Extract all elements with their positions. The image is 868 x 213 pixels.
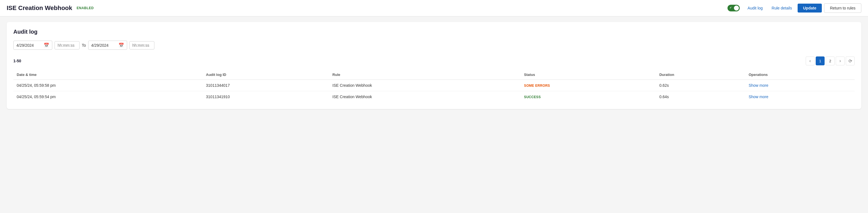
audit-log-table: Date & time Audit log ID Rule Status Dur… <box>13 70 855 102</box>
col-rule: Rule <box>329 70 521 80</box>
cell-audit-log-id: 31011341910 <box>203 91 329 102</box>
pagination-controls: ‹ 1 2 › ⟳ <box>806 56 855 65</box>
col-audit-log-id: Audit log ID <box>203 70 329 80</box>
cell-rule: ISE Creation Webhook <box>329 91 521 102</box>
page-title: ISE Creation Webhook <box>7 4 72 12</box>
cell-operations: Show more <box>745 80 855 91</box>
status-badge: SOME ERRORS <box>524 84 550 88</box>
refresh-button[interactable]: ⟳ <box>846 56 855 65</box>
next-page-button[interactable]: › <box>836 56 845 65</box>
cell-status: SUCCESS <box>521 91 656 102</box>
col-status: Status <box>521 70 656 80</box>
calendar-to-icon[interactable]: 📅 <box>119 42 124 48</box>
to-label: To <box>82 43 86 48</box>
cell-duration: 0.62s <box>656 80 745 91</box>
cell-date-time: 04/25/24, 05:59:54 pm <box>13 91 203 102</box>
cell-audit-log-id: 31011344017 <box>203 80 329 91</box>
rule-details-link[interactable]: Rule details <box>768 4 796 12</box>
time-to-input[interactable] <box>129 41 154 50</box>
date-from-input[interactable] <box>17 43 41 48</box>
page-header: ISE Creation Webhook ENABLED ✓ Audit log… <box>0 0 868 17</box>
return-to-rules-button[interactable]: Return to rules <box>824 3 861 13</box>
audit-log-link[interactable]: Audit log <box>744 4 766 12</box>
header-navigation: ✓ Audit log Rule details Update Return t… <box>727 3 861 13</box>
cell-rule: ISE Creation Webhook <box>329 80 521 91</box>
audit-log-card: Audit log 📅 To 📅 1-50 ‹ 1 2 › ⟳ <box>7 22 861 109</box>
records-count: 1-50 <box>13 59 21 63</box>
cell-date-time: 04/25/24, 05:59:58 pm <box>13 80 203 91</box>
date-from-wrapper: 📅 <box>13 40 52 50</box>
page-2-button[interactable]: 2 <box>826 56 835 65</box>
toggle-check-icon: ✓ <box>730 6 732 9</box>
show-more-link[interactable]: Show more <box>749 95 768 99</box>
update-button[interactable]: Update <box>798 4 822 12</box>
audit-log-title: Audit log <box>13 29 855 35</box>
pagination-row: 1-50 ‹ 1 2 › ⟳ <box>13 56 855 65</box>
col-duration: Duration <box>656 70 745 80</box>
enabled-badge: ENABLED <box>77 6 94 10</box>
filter-row: 📅 To 📅 <box>13 40 855 50</box>
col-operations: Operations <box>745 70 855 80</box>
show-more-link[interactable]: Show more <box>749 83 768 88</box>
table-header: Date & time Audit log ID Rule Status Dur… <box>13 70 855 80</box>
table-row: 04/25/24, 05:59:54 pm 31011341910 ISE Cr… <box>13 91 855 102</box>
col-date-time: Date & time <box>13 70 203 80</box>
cell-duration: 0.64s <box>656 91 745 102</box>
calendar-from-icon[interactable]: 📅 <box>44 42 49 48</box>
cell-status: SOME ERRORS <box>521 80 656 91</box>
table-body: 04/25/24, 05:59:58 pm 31011344017 ISE Cr… <box>13 80 855 102</box>
date-to-wrapper: 📅 <box>88 40 127 50</box>
cell-operations: Show more <box>745 91 855 102</box>
time-from-input[interactable] <box>55 41 80 50</box>
table-row: 04/25/24, 05:59:58 pm 31011344017 ISE Cr… <box>13 80 855 91</box>
status-badge: SUCCESS <box>524 95 541 99</box>
main-content: Audit log 📅 To 📅 1-50 ‹ 1 2 › ⟳ <box>0 17 868 115</box>
date-to-input[interactable] <box>91 43 116 48</box>
enabled-toggle[interactable]: ✓ <box>727 5 740 11</box>
toggle-container[interactable]: ✓ <box>727 5 740 11</box>
prev-page-button[interactable]: ‹ <box>806 56 814 65</box>
page-1-button[interactable]: 1 <box>816 56 825 65</box>
